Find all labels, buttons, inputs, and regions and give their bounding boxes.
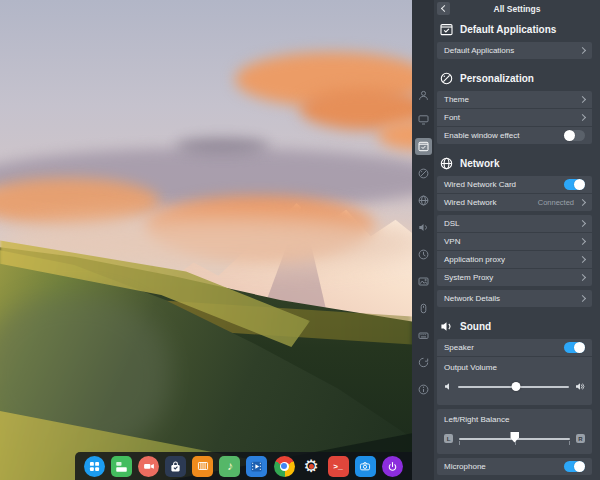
shutdown-icon[interactable] xyxy=(382,456,403,477)
toggle-knob xyxy=(574,461,585,472)
section-network: Network xyxy=(440,156,592,170)
personalization-group: Theme Font Enable window effect xyxy=(437,91,592,144)
chevron-right-icon xyxy=(579,295,586,302)
keyboard-icon[interactable] xyxy=(418,330,429,341)
section-default-applications: Default Applications xyxy=(440,22,592,36)
row-label: Microphone xyxy=(444,462,564,471)
section-sound: Sound xyxy=(440,319,592,333)
display-icon[interactable] xyxy=(418,114,429,125)
balance-slider[interactable] xyxy=(459,438,570,440)
music-box-icon[interactable] xyxy=(192,456,213,477)
file-manager-icon[interactable] xyxy=(111,456,132,477)
row-system-proxy[interactable]: System Proxy xyxy=(437,269,592,286)
toggle-knob xyxy=(574,342,585,353)
sound-section-icon xyxy=(440,320,453,333)
sound-group-1: Speaker Output Volume xyxy=(437,339,592,405)
back-button[interactable] xyxy=(437,2,450,15)
camera-icon[interactable] xyxy=(138,456,159,477)
chevron-right-icon xyxy=(579,114,586,121)
toggle-knob xyxy=(564,130,575,141)
row-wired-network[interactable]: Wired Network Connected xyxy=(437,194,592,211)
chevron-left-icon xyxy=(441,5,448,12)
slider-label: Left/Right Balance xyxy=(444,415,585,427)
chevron-right-icon xyxy=(579,256,586,263)
dock: ♪ ⚙ >_ xyxy=(75,452,412,480)
section-title: Network xyxy=(460,158,499,169)
row-label: System Proxy xyxy=(444,273,580,282)
default-applications-section-icon xyxy=(440,23,453,36)
default-applications-icon[interactable] xyxy=(415,138,432,155)
row-vpn[interactable]: VPN xyxy=(437,233,592,250)
system-info-icon[interactable] xyxy=(418,384,429,395)
balance-slider-knob[interactable] xyxy=(510,432,519,443)
volume-min-icon[interactable] xyxy=(444,382,452,391)
row-label: Wired Network xyxy=(444,198,538,207)
personalization-icon[interactable] xyxy=(418,168,429,179)
app-store-icon[interactable] xyxy=(165,456,186,477)
row-network-details[interactable]: Network Details xyxy=(437,290,592,307)
control-center-icon[interactable]: ⚙ xyxy=(301,456,322,477)
music-note-icon[interactable]: ♪ xyxy=(219,456,240,477)
chevron-right-icon xyxy=(579,47,586,54)
desktop: ♪ ⚙ >_ xyxy=(0,0,600,480)
row-label: Speaker xyxy=(444,343,564,352)
row-label: Network Details xyxy=(444,294,580,303)
row-application-proxy[interactable]: Application proxy xyxy=(437,251,592,268)
panel-header: All Settings xyxy=(434,0,600,17)
network-icon[interactable] xyxy=(418,195,429,206)
screenshot-icon[interactable] xyxy=(355,456,376,477)
row-speaker: Speaker xyxy=(437,339,592,356)
row-label: Enable window effect xyxy=(444,131,564,140)
user-accounts-icon[interactable] xyxy=(418,90,429,101)
window-effect-toggle[interactable] xyxy=(564,130,585,141)
default-applications-group: Default Applications xyxy=(437,42,592,59)
chevron-right-icon xyxy=(579,274,586,281)
movie-player-icon[interactable] xyxy=(246,456,267,477)
balance-right-badge: R xyxy=(576,434,585,443)
settings-nav-rail xyxy=(412,0,434,480)
volume-max-icon[interactable] xyxy=(575,382,585,391)
gear-center-dot xyxy=(309,464,314,469)
terminal-icon[interactable]: >_ xyxy=(328,456,349,477)
volume-slider[interactable] xyxy=(458,386,569,388)
row-left-right-balance: Left/Right Balance L R xyxy=(437,409,592,454)
row-output-volume: Output Volume xyxy=(437,357,592,405)
row-theme[interactable]: Theme xyxy=(437,91,592,108)
row-font[interactable]: Font xyxy=(437,109,592,126)
row-dsl[interactable]: DSL xyxy=(437,215,592,232)
row-label: Application proxy xyxy=(444,255,580,264)
row-wired-network-card: Wired Network Card xyxy=(437,176,592,193)
row-label: DSL xyxy=(444,219,580,228)
row-enable-window-effect: Enable window effect xyxy=(437,127,592,144)
row-default-applications[interactable]: Default Applications xyxy=(437,42,592,59)
speaker-toggle[interactable] xyxy=(564,342,585,353)
control-center-panel: All Settings Default Applications Defaul… xyxy=(412,0,600,480)
section-personalization: Personalization xyxy=(440,71,592,85)
volume-slider-knob[interactable] xyxy=(511,382,520,391)
network-group-2: DSL VPN Application proxy System Proxy xyxy=(437,215,592,286)
system-update-icon[interactable] xyxy=(418,357,429,368)
toggle-knob xyxy=(574,179,585,190)
tick-mark xyxy=(459,441,460,445)
datetime-icon[interactable] xyxy=(418,249,429,260)
launcher-icon[interactable] xyxy=(84,456,105,477)
wallpaper-icon[interactable] xyxy=(418,276,429,287)
row-label: Default Applications xyxy=(444,46,580,55)
network-section-icon xyxy=(440,157,453,170)
mouse-icon[interactable] xyxy=(418,303,429,314)
wired-network-card-toggle[interactable] xyxy=(564,179,585,190)
row-label: VPN xyxy=(444,237,580,246)
chevron-right-icon xyxy=(579,238,586,245)
network-group-3: Network Details xyxy=(437,290,592,307)
microphone-toggle[interactable] xyxy=(564,461,585,472)
row-label: Wired Network Card xyxy=(444,180,564,189)
network-group-1: Wired Network Card Wired Network Connect… xyxy=(437,176,592,211)
panel-title: All Settings xyxy=(494,4,541,14)
status-text: Connected xyxy=(538,198,574,207)
settings-content: All Settings Default Applications Defaul… xyxy=(434,0,600,480)
chrome-browser-icon[interactable] xyxy=(274,456,295,477)
row-microphone: Microphone xyxy=(437,458,592,475)
sound-group-3: Microphone xyxy=(437,458,592,475)
section-title: Sound xyxy=(460,321,491,332)
sound-icon[interactable] xyxy=(418,222,429,233)
